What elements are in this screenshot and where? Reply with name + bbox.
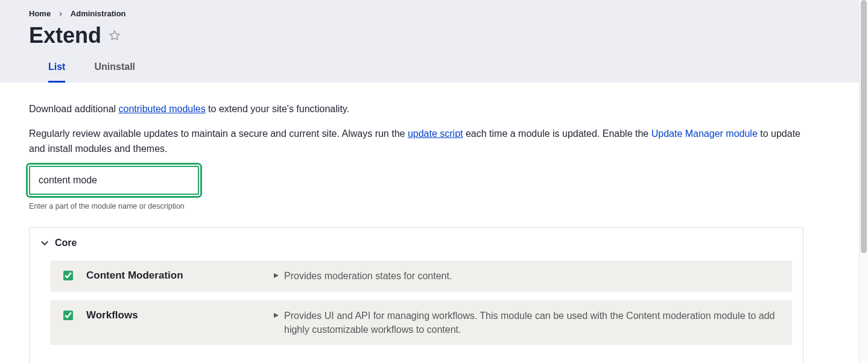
- scrollbar-thumb[interactable]: [861, 0, 867, 253]
- triangle-right-icon: [273, 309, 279, 318]
- chevron-down-icon: [40, 239, 49, 247]
- module-enable-checkbox[interactable]: [63, 271, 73, 280]
- module-name[interactable]: Workflows: [86, 309, 273, 321]
- module-enable-checkbox[interactable]: [63, 311, 73, 320]
- star-icon[interactable]: [109, 30, 121, 42]
- filter-wrap: Enter a part of the module name or descr…: [29, 166, 803, 210]
- breadcrumb-home[interactable]: Home: [29, 9, 51, 18]
- module-description-text: Provides moderation states for content.: [284, 269, 452, 283]
- update-script-link[interactable]: update script: [408, 128, 463, 139]
- tabs: List Uninstall: [29, 54, 839, 83]
- intro-text-part: each time a module is updated. Enable th…: [463, 128, 651, 139]
- intro-text: Download additional contributed modules …: [29, 102, 803, 156]
- filter-help-text: Enter a part of the module name or descr…: [29, 202, 803, 210]
- module-section-toggle[interactable]: Core: [30, 228, 803, 254]
- page-header: Home › Administration Extend List Uninst…: [0, 0, 868, 83]
- module-description[interactable]: Provides UI and API for managing workflo…: [273, 309, 779, 336]
- module-description-text: Provides UI and API for managing workflo…: [284, 309, 779, 336]
- breadcrumb: Home › Administration: [29, 8, 839, 22]
- module-description[interactable]: Provides moderation states for content.: [273, 269, 779, 283]
- module-name[interactable]: Content Moderation: [86, 269, 273, 282]
- intro-text-part: to extend your site's functionality.: [206, 104, 349, 114]
- contributed-modules-link[interactable]: contributed modules: [119, 104, 206, 114]
- module-items: Content Moderation Provides moderation s…: [30, 254, 803, 363]
- module-filter-input[interactable]: [29, 166, 199, 195]
- tab-uninstall[interactable]: Uninstall: [94, 54, 135, 83]
- module-row: Workflows Provides UI and API for managi…: [50, 300, 792, 345]
- tab-list[interactable]: List: [48, 54, 65, 83]
- update-manager-link[interactable]: Update Manager module: [651, 128, 758, 139]
- content-region: Download additional contributed modules …: [0, 83, 832, 363]
- module-section-title: Core: [55, 238, 77, 248]
- module-list-box: Core Content Moderation Provides moderat…: [29, 227, 803, 363]
- title-row: Extend: [29, 22, 839, 54]
- intro-text-part: Regularly review available updates to ma…: [29, 128, 408, 139]
- breadcrumb-admin[interactable]: Administration: [71, 9, 126, 18]
- scrollbar[interactable]: [859, 0, 868, 363]
- triangle-right-icon: [273, 269, 279, 279]
- module-checkbox-wrap: [63, 269, 86, 282]
- module-row: Content Moderation Provides moderation s…: [50, 260, 792, 291]
- page-title: Extend: [29, 23, 101, 48]
- intro-text-part: Download additional: [29, 104, 119, 114]
- module-checkbox-wrap: [63, 309, 86, 322]
- chevron-right-icon: ›: [59, 8, 62, 18]
